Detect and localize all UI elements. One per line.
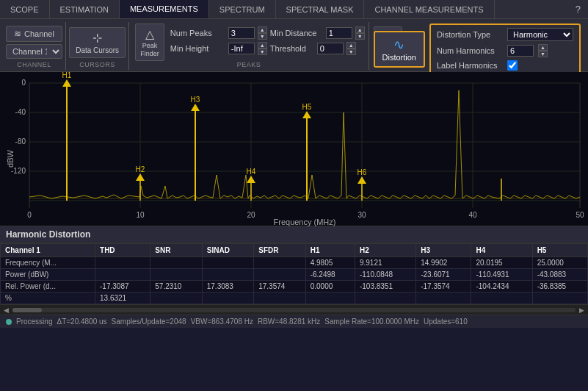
distortion-section: ∿ Distortion Distortion Type Harmonic IM… [369, 22, 585, 70]
num-peaks-input[interactable] [228, 27, 255, 39]
svg-text:-80: -80 [15, 137, 26, 146]
svg-text:50: 50 [576, 211, 584, 219]
distortion-type-select[interactable]: Harmonic IMD [507, 28, 573, 41]
col-thd: THD [95, 244, 150, 257]
col-snr: SNR [150, 244, 202, 257]
tab-estimation[interactable]: ESTIMATION [50, 0, 120, 18]
scroll-track[interactable] [12, 308, 576, 312]
row0-label: Frequency (M... [1, 257, 95, 269]
num-harmonics-label: Num Harmonics [437, 46, 503, 55]
peaks-section: △ Peak Finder Num Peaks ▲ ▼ Min Distance [129, 22, 369, 70]
tab-scope[interactable]: SCOPE [0, 0, 50, 18]
table-row: Power (dBW) -6.2498 -110.0848 -23.6071 -… [1, 269, 588, 281]
num-harmonics-spinner[interactable]: ▲ ▼ [538, 44, 548, 57]
channel-button[interactable]: ≋ Channel [6, 26, 62, 42]
spectrum-chart: dBW 0 -40 -80 -120 0 10 20 30 40 50 Freq… [0, 72, 588, 226]
min-distance-label: Min Distance [270, 29, 323, 37]
channel-section: ≋ Channel Channel 1 CHANNEL [3, 22, 66, 70]
tab-channel-measurements[interactable]: CHANNEL MEASUREMENTS [364, 0, 494, 18]
peak-finder-button[interactable]: △ Peak Finder [135, 24, 164, 61]
tab-help[interactable]: ? [568, 0, 588, 18]
table-row: Frequency (M... 4.9805 9.9121 14.9902 20… [1, 257, 588, 269]
status-bar: Processing ΔT=20.4800 us Samples/Update=… [0, 315, 588, 328]
status-dot [6, 319, 12, 325]
svg-marker-27 [136, 173, 145, 181]
min-height-input[interactable] [228, 43, 255, 54]
horizontal-scrollbar[interactable]: ◀ ▶ [0, 304, 588, 315]
svg-text:30: 30 [357, 211, 366, 219]
svg-marker-39 [357, 176, 366, 184]
num-peaks-spinner[interactable]: ▲ ▼ [258, 26, 267, 40]
col-channel: Channel 1 [1, 244, 95, 257]
status-updates: Updates=610 [424, 318, 468, 326]
distortion-type-label: Distortion Type [437, 30, 503, 39]
status-delta-t: ΔT=20.4800 us [57, 318, 106, 326]
peak-finder-icon: △ [145, 27, 154, 41]
channel-section-label: CHANNEL [17, 61, 51, 68]
cursors-icon: ⊹ [92, 31, 102, 45]
svg-text:H4: H4 [247, 168, 256, 176]
tab-spectral-mask[interactable]: SPECTRAL MASK [276, 0, 365, 18]
distortion-button[interactable]: ∿ Distortion [374, 31, 425, 68]
svg-text:0: 0 [27, 211, 32, 219]
min-height-spinner[interactable]: ▲ ▼ [258, 42, 267, 55]
threshold-label: Threshold [270, 44, 314, 53]
tab-measurements[interactable]: MEASUREMENTS [120, 0, 209, 18]
peaks-section-label: PEAKS [135, 61, 362, 68]
col-sinad: SINAD [202, 244, 253, 257]
svg-text:40: 40 [468, 211, 477, 219]
status-rbw: RBW=48.8281 kHz [258, 318, 320, 326]
threshold-input[interactable] [317, 43, 344, 54]
data-section: Harmonic Distortion Channel 1 THD SNR SI… [0, 226, 588, 304]
label-harmonics-checkbox[interactable] [507, 60, 518, 71]
distortion-settings-panel: Distortion Type Harmonic IMD Num Harmoni… [429, 24, 581, 75]
col-h3: H3 [416, 244, 471, 257]
data-title: Harmonic Distortion [0, 226, 588, 243]
data-cursors-button[interactable]: ⊹ Data Cursors [69, 27, 126, 58]
tab-spectrum[interactable]: SPECTRUM [209, 0, 276, 18]
status-state: Processing [16, 318, 52, 326]
row1-label: Power (dBW) [1, 269, 95, 281]
col-h4: H4 [471, 244, 532, 257]
svg-text:dBW: dBW [6, 149, 15, 167]
col-sfdr: SFDR [254, 244, 305, 257]
svg-text:H3: H3 [191, 96, 200, 104]
row2-label: Rel. Power (d... [1, 281, 95, 293]
col-h1: H1 [305, 244, 355, 257]
svg-marker-33 [247, 176, 255, 183]
label-harmonics-label: Label Harmonics [437, 61, 503, 70]
svg-text:Frequency (MHz): Frequency (MHz) [274, 218, 336, 226]
col-h2: H2 [355, 244, 415, 257]
num-peaks-label: Num Peaks [170, 29, 225, 37]
scroll-right-arrow[interactable]: ▶ [577, 306, 587, 314]
svg-marker-30 [191, 104, 200, 111]
min-distance-spinner[interactable]: ▲ ▼ [355, 26, 365, 40]
svg-text:H2: H2 [136, 165, 145, 173]
table-row: % 13.6321 [1, 293, 588, 304]
status-samples: Samples/Update=2048 [112, 318, 186, 326]
threshold-spinner[interactable]: ▲ ▼ [346, 42, 356, 55]
scroll-thumb[interactable] [12, 308, 42, 312]
status-sample-rate: Sample Rate=100.0000 MHz [324, 318, 419, 326]
distortion-icon: ∿ [393, 37, 404, 53]
svg-text:20: 20 [247, 211, 255, 219]
channel-select[interactable]: Channel 1 [6, 44, 62, 59]
min-distance-input[interactable] [326, 27, 352, 39]
num-harmonics-input[interactable] [507, 45, 534, 57]
status-vbw: VBW=863.4708 Hz [191, 318, 253, 326]
cursors-section: ⊹ Data Cursors CURSORS [66, 22, 129, 70]
svg-text:H1: H1 [62, 72, 72, 79]
row3-label: % [1, 293, 95, 304]
channel-icon: ≋ [14, 29, 21, 39]
toolbar: ≋ Channel Channel 1 CHANNEL ⊹ Data Curso… [0, 19, 588, 72]
scroll-left-arrow[interactable]: ◀ [1, 306, 11, 314]
svg-text:0: 0 [21, 79, 26, 87]
svg-text:-120: -120 [11, 167, 26, 175]
svg-text:H6: H6 [357, 168, 367, 176]
top-tab-bar: SCOPE ESTIMATION MEASUREMENTS SPECTRUM S… [0, 0, 588, 19]
svg-text:10: 10 [136, 211, 145, 219]
table-row: Rel. Power (d... -17.3087 57.2310 17.308… [1, 281, 588, 293]
col-h5: H5 [532, 244, 587, 257]
chart-area: dBW 0 -40 -80 -120 0 10 20 30 40 50 Freq… [0, 72, 588, 226]
svg-text:-40: -40 [15, 108, 26, 116]
